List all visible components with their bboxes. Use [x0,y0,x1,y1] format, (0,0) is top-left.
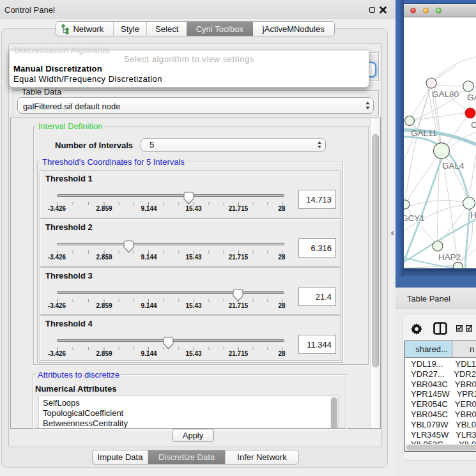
svg-text:GA: GA [467,93,476,102]
svg-text:HA: HA [470,210,476,220]
svg-text:HAP2: HAP2 [438,252,461,262]
svg-text:GAL11: GAL11 [411,128,437,138]
svg-text:GAL80: GAL80 [432,89,459,99]
svg-text:C: C [471,120,476,130]
svg-text:GCY1: GCY1 [404,213,425,223]
svg-text:GAL4: GAL4 [442,161,464,171]
